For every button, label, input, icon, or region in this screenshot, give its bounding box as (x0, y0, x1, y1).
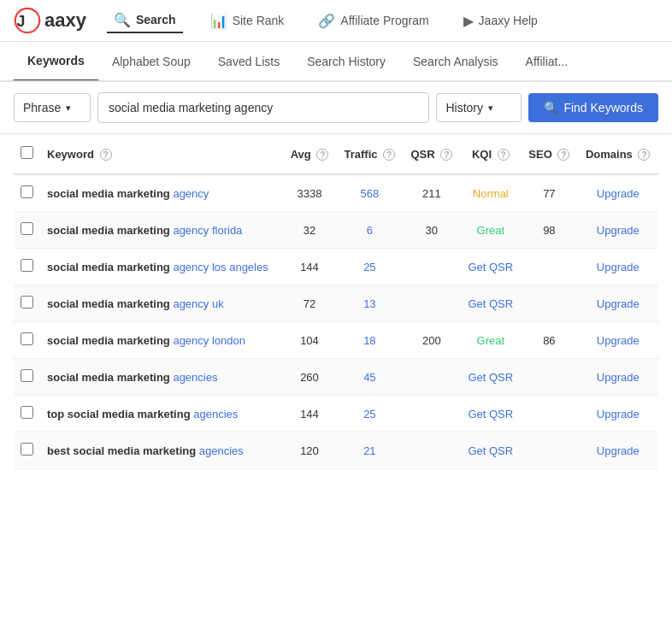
row-domains-1[interactable]: Upgrade (577, 212, 658, 249)
row-domains-4[interactable]: Upgrade (577, 322, 658, 359)
search-icon: 🔍 (114, 12, 131, 28)
row-checkbox-5[interactable] (21, 369, 33, 382)
row-kqi-6[interactable]: Get QSR (460, 396, 521, 432)
qsr-info-icon[interactable]: ? (440, 149, 452, 161)
table-header-row: Keyword ? Avg ? Traffic ? QSR ? KQI ? (14, 134, 658, 174)
tab-search-history[interactable]: Search History (293, 43, 399, 80)
table-row: social media marketing agency florida 32… (14, 212, 658, 249)
seo-info-icon[interactable]: ? (557, 149, 569, 161)
kqi-info-icon[interactable]: ? (498, 149, 510, 161)
row-keyword-5: social media marketing agencies (40, 359, 283, 396)
domains-info-icon[interactable]: ? (638, 149, 650, 161)
row-checkbox-cell (14, 432, 40, 469)
row-keyword-6: top social media marketing agencies (40, 396, 283, 432)
sub-nav: Keywords Alphabet Soup Saved Lists Searc… (0, 42, 672, 82)
row-traffic-3: 13 (336, 285, 403, 322)
keyword-variant-6: agencies (193, 408, 238, 420)
nav-help[interactable]: ▶ Jaaxy Help (457, 9, 545, 32)
avg-info-icon[interactable]: ? (316, 149, 328, 161)
row-avg-2: 144 (283, 249, 337, 285)
search-icon-btn: 🔍 (544, 101, 558, 115)
keyword-bold-6: top social media marketing (47, 408, 191, 420)
row-domains-2[interactable]: Upgrade (577, 249, 658, 285)
phrase-dropdown[interactable]: Phrase (14, 93, 91, 122)
row-avg-3: 72 (283, 285, 337, 322)
keyword-variant-3: agency uk (173, 297, 223, 310)
find-keywords-button[interactable]: 🔍 Find Keywords (528, 93, 658, 122)
bar-chart-icon: 📊 (210, 13, 227, 29)
row-kqi-5[interactable]: Get QSR (460, 359, 521, 396)
keyword-search-input[interactable] (97, 92, 429, 123)
header-qsr: QSR ? (403, 134, 460, 174)
svg-text:J: J (17, 13, 26, 30)
row-keyword-7: best social media marketing agencies (40, 432, 283, 469)
tab-saved-lists[interactable]: Saved Lists (204, 43, 293, 80)
nav-affiliate[interactable]: 🔗 Affiliate Program (311, 9, 435, 32)
row-qsr-6 (403, 396, 460, 432)
row-avg-5: 260 (283, 359, 337, 396)
tab-keywords[interactable]: Keywords (14, 42, 98, 82)
row-domains-7[interactable]: Upgrade (577, 432, 658, 469)
logo-icon: J (14, 7, 41, 34)
row-checkbox-4[interactable] (21, 332, 33, 345)
tab-search-analysis[interactable]: Search Analysis (399, 43, 512, 80)
nav-site-rank[interactable]: 📊 Site Rank (203, 9, 292, 32)
row-avg-4: 104 (283, 322, 337, 359)
row-seo-4: 86 (521, 322, 577, 359)
keyword-bold-3: social media marketing (47, 297, 170, 310)
row-qsr-1: 30 (403, 212, 460, 249)
table-body: social media marketing agency 3338 568 2… (14, 174, 658, 469)
row-checkbox-6[interactable] (21, 406, 33, 419)
tab-alphabet-soup[interactable]: Alphabet Soup (98, 43, 204, 80)
row-seo-2 (521, 249, 577, 285)
row-qsr-5 (403, 359, 460, 396)
row-seo-1: 98 (521, 212, 577, 249)
history-dropdown[interactable]: History (436, 93, 522, 122)
row-kqi-7[interactable]: Get QSR (460, 432, 521, 469)
row-kqi-0: Normal (460, 174, 521, 212)
row-domains-5[interactable]: Upgrade (577, 359, 658, 396)
row-checkbox-3[interactable] (21, 296, 33, 309)
row-kqi-2[interactable]: Get QSR (460, 249, 521, 285)
keyword-variant-0: agency (173, 187, 209, 200)
row-checkbox-cell (14, 396, 40, 432)
keyword-variant-1: agency florida (173, 224, 242, 237)
row-qsr-3 (403, 285, 460, 322)
row-checkbox-7[interactable] (21, 443, 33, 456)
header-domains: Domains ? (577, 134, 658, 174)
header-traffic: Traffic ? (336, 134, 403, 174)
row-keyword-1: social media marketing agency florida (40, 212, 283, 249)
row-seo-7 (521, 432, 577, 469)
logo: J aaxy (14, 7, 86, 34)
nav-search[interactable]: 🔍 Search (107, 9, 183, 33)
traffic-info-icon[interactable]: ? (383, 149, 395, 161)
table-row: social media marketing agency 3338 568 2… (14, 174, 658, 212)
row-qsr-0: 211 (403, 174, 460, 212)
row-traffic-7: 21 (336, 432, 403, 469)
row-checkbox-0[interactable] (21, 185, 33, 198)
keyword-bold-1: social media marketing (47, 224, 170, 237)
row-keyword-0: social media marketing agency (40, 174, 283, 212)
row-avg-0: 3338 (283, 174, 337, 212)
row-checkbox-2[interactable] (21, 259, 33, 272)
row-domains-3[interactable]: Upgrade (577, 285, 658, 322)
row-traffic-2: 25 (336, 249, 403, 285)
row-domains-0[interactable]: Upgrade (577, 174, 658, 212)
keyword-variant-5: agencies (173, 371, 217, 384)
row-traffic-5: 45 (336, 359, 403, 396)
header-keyword: Keyword ? (40, 134, 283, 174)
link-icon: 🔗 (318, 13, 335, 29)
row-domains-6[interactable]: Upgrade (577, 396, 658, 432)
nav-help-label: Jaaxy Help (479, 14, 538, 27)
row-avg-7: 120 (283, 432, 337, 469)
row-checkbox-1[interactable] (21, 222, 33, 235)
select-all-checkbox[interactable] (21, 146, 33, 159)
row-traffic-6: 25 (336, 396, 403, 432)
keyword-bold-7: best social media marketing (47, 444, 196, 457)
keyword-info-icon[interactable]: ? (100, 149, 112, 161)
tab-affiliate[interactable]: Affiliat... (512, 43, 582, 80)
row-kqi-3[interactable]: Get QSR (460, 285, 521, 322)
search-bar-container: Phrase History 🔍 Find Keywords (0, 82, 672, 134)
keyword-bold-4: social media marketing (47, 334, 170, 347)
row-keyword-3: social media marketing agency uk (40, 285, 283, 322)
